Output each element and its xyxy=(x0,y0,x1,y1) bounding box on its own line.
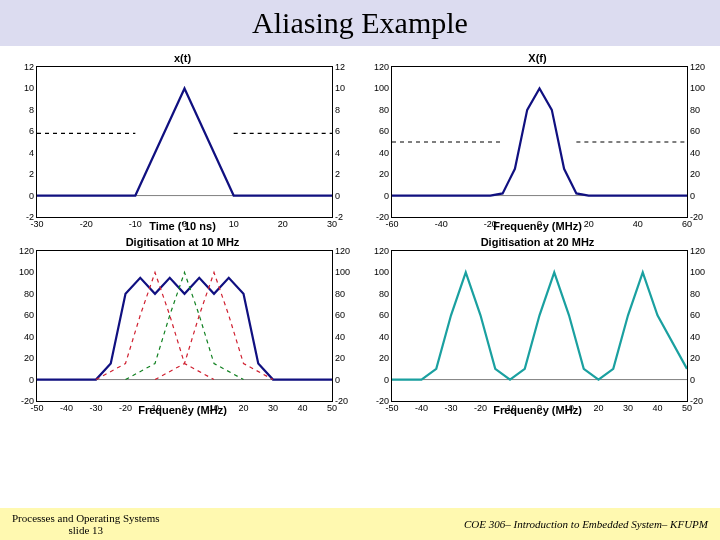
xtick: -20 xyxy=(484,219,497,229)
ytick: 80 xyxy=(690,105,700,115)
ytick: 2 xyxy=(335,169,340,179)
ytick: 40 xyxy=(24,332,34,342)
ytick: 20 xyxy=(379,169,389,179)
xtick: 40 xyxy=(297,403,307,413)
ytick: 40 xyxy=(690,332,700,342)
xtick: -10 xyxy=(503,403,516,413)
chart-grid: x(t) -30-20-100102030-2024681012-2024681… xyxy=(0,46,720,422)
ytick: 20 xyxy=(690,169,700,179)
xtick: -10 xyxy=(129,219,142,229)
xtick: 40 xyxy=(633,219,643,229)
ytick: 8 xyxy=(335,105,340,115)
ytick: 120 xyxy=(690,62,705,72)
xtick: 40 xyxy=(652,403,662,413)
ytick: 120 xyxy=(690,246,705,256)
ytick: 0 xyxy=(690,191,695,201)
slide-title: Aliasing Example xyxy=(0,0,720,46)
ytick: 0 xyxy=(335,375,340,385)
ytick: 60 xyxy=(379,126,389,136)
plot-bl: -50-40-30-20-1001020304050-2002040608010… xyxy=(36,250,333,402)
ytick: 100 xyxy=(19,267,34,277)
footer: Processes and Operating Systems slide 13… xyxy=(0,508,720,540)
xtick: -40 xyxy=(60,403,73,413)
ytick: -20 xyxy=(376,212,389,222)
plot-tl: -30-20-100102030-2024681012-2024681012 xyxy=(36,66,333,218)
panel-br: Digitisation at 20 MHz -50-40-30-20-1001… xyxy=(363,236,712,416)
ytick: 100 xyxy=(335,267,350,277)
chart-title-br: Digitisation at 20 MHz xyxy=(363,236,712,248)
ytick: 80 xyxy=(379,105,389,115)
footer-left-line1: Processes and Operating Systems xyxy=(12,512,160,524)
xtick: -40 xyxy=(415,403,428,413)
ytick: 0 xyxy=(29,375,34,385)
ytick: 80 xyxy=(335,289,345,299)
ytick: 6 xyxy=(335,126,340,136)
xtick: 10 xyxy=(209,403,219,413)
footer-left-line2: slide 13 xyxy=(12,524,160,536)
xtick: 10 xyxy=(564,403,574,413)
ytick: 2 xyxy=(29,169,34,179)
ytick: 60 xyxy=(379,310,389,320)
xtick: -30 xyxy=(444,403,457,413)
xtick: -20 xyxy=(80,219,93,229)
ytick: 10 xyxy=(24,83,34,93)
ytick: 12 xyxy=(335,62,345,72)
plot-tr: -60-40-200204060-20020406080100120-20020… xyxy=(391,66,688,218)
xtick: -20 xyxy=(474,403,487,413)
ytick: 12 xyxy=(24,62,34,72)
xtick: 20 xyxy=(278,219,288,229)
ytick: 100 xyxy=(690,267,705,277)
panel-tr: X(f) -60-40-200204060-20020406080100120-… xyxy=(363,52,712,232)
ytick: 60 xyxy=(690,126,700,136)
xtick: 20 xyxy=(584,219,594,229)
ytick: 20 xyxy=(335,353,345,363)
ytick: 100 xyxy=(374,83,389,93)
ytick: 100 xyxy=(374,267,389,277)
chart-title-tl: x(t) xyxy=(8,52,357,64)
ytick: 0 xyxy=(335,191,340,201)
xtick: 0 xyxy=(182,403,187,413)
xtick: 0 xyxy=(182,219,187,229)
ytick: 60 xyxy=(335,310,345,320)
ytick: 40 xyxy=(690,148,700,158)
xtick: -10 xyxy=(148,403,161,413)
ytick: 0 xyxy=(690,375,695,385)
ytick: 60 xyxy=(24,310,34,320)
xtick: 0 xyxy=(537,219,542,229)
ytick: -20 xyxy=(376,396,389,406)
xtick: -20 xyxy=(119,403,132,413)
ytick: 120 xyxy=(374,62,389,72)
ytick: 120 xyxy=(19,246,34,256)
ytick: 0 xyxy=(29,191,34,201)
xtick: 30 xyxy=(623,403,633,413)
xtick: 20 xyxy=(238,403,248,413)
ytick: 0 xyxy=(384,375,389,385)
ytick: 10 xyxy=(335,83,345,93)
ytick: 20 xyxy=(690,353,700,363)
panel-tl: x(t) -30-20-100102030-2024681012-2024681… xyxy=(8,52,357,232)
ytick: 120 xyxy=(374,246,389,256)
ytick: -2 xyxy=(26,212,34,222)
ytick: 6 xyxy=(29,126,34,136)
ytick: 4 xyxy=(29,148,34,158)
ytick: -20 xyxy=(335,396,348,406)
ytick: -20 xyxy=(690,212,703,222)
ytick: 80 xyxy=(690,289,700,299)
chart-title-tr: X(f) xyxy=(363,52,712,64)
ytick: 40 xyxy=(379,332,389,342)
ytick: 120 xyxy=(335,246,350,256)
chart-title-bl: Digitisation at 10 MHz xyxy=(8,236,357,248)
footer-right: COE 306– Introduction to Embedded System… xyxy=(464,518,708,530)
xtick: -40 xyxy=(435,219,448,229)
ytick: -20 xyxy=(21,396,34,406)
ytick: 4 xyxy=(335,148,340,158)
plot-br: -50-40-30-20-1001020304050-2002040608010… xyxy=(391,250,688,402)
xtick: 30 xyxy=(268,403,278,413)
ytick: 100 xyxy=(690,83,705,93)
ytick: 60 xyxy=(690,310,700,320)
ytick: 80 xyxy=(379,289,389,299)
panel-bl: Digitisation at 10 MHz -50-40-30-20-1001… xyxy=(8,236,357,416)
ytick: 8 xyxy=(29,105,34,115)
xtick: -30 xyxy=(89,403,102,413)
ytick: -2 xyxy=(335,212,343,222)
